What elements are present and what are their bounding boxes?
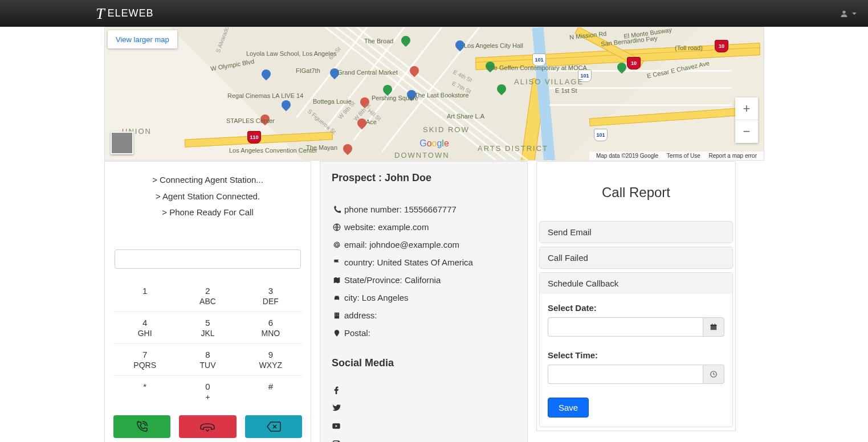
dial-input[interactable] bbox=[115, 249, 301, 269]
map-label: (Toll road) bbox=[675, 44, 703, 51]
report-error-link[interactable]: Report a map error bbox=[709, 153, 757, 159]
select-time-label: Select Time: bbox=[548, 350, 724, 360]
keypad-key-0[interactable]: 0+ bbox=[176, 376, 239, 407]
svg-point-0 bbox=[842, 10, 845, 13]
keypad-key-9[interactable]: 9WXYZ bbox=[239, 344, 302, 375]
keypad-key-3[interactable]: 3DEF bbox=[239, 280, 302, 312]
map-label: The Broad bbox=[364, 38, 393, 44]
at-icon bbox=[332, 241, 342, 249]
map-icon bbox=[332, 276, 342, 284]
call-report-panel: Call Report Send Email Call Failed Sched… bbox=[536, 161, 736, 431]
date-input[interactable] bbox=[548, 317, 703, 337]
view-larger-map[interactable]: View larger map bbox=[108, 30, 177, 48]
keypad-key-6[interactable]: 6MNO bbox=[239, 312, 302, 343]
streetview-thumbnail[interactable] bbox=[111, 132, 133, 154]
field-city: city: Los Angeles bbox=[332, 293, 516, 302]
building-icon bbox=[332, 312, 342, 320]
user-menu[interactable] bbox=[840, 9, 857, 19]
accordion-send-email: Send Email bbox=[539, 221, 733, 243]
map-label: Art Share L.A bbox=[447, 113, 484, 120]
hangup-button[interactable] bbox=[179, 415, 236, 438]
map-label: STAPLES Center bbox=[226, 117, 275, 124]
brand-text: ELEWEB bbox=[108, 7, 154, 19]
accordion-schedule-callback: Schedule Callback Select Date: Select Ti… bbox=[539, 272, 733, 427]
map-label: FIGat7th bbox=[296, 67, 320, 74]
zoom-out-button[interactable]: − bbox=[735, 120, 758, 143]
facebook-icon[interactable] bbox=[332, 385, 341, 394]
twitter-icon[interactable] bbox=[332, 403, 341, 412]
svg-rect-7 bbox=[337, 315, 338, 316]
svg-rect-13 bbox=[711, 325, 717, 326]
map-label: SKID ROW bbox=[423, 125, 470, 134]
map-label: DOWNTOWN bbox=[394, 151, 450, 159]
map[interactable]: View larger map 10 10 110 101 101 101 Th… bbox=[104, 27, 764, 161]
svg-point-2 bbox=[336, 243, 339, 246]
keypad-key-4[interactable]: 4GHI bbox=[113, 312, 176, 343]
terms-link[interactable]: Terms of Use bbox=[667, 153, 700, 159]
interstate-shield: 110 bbox=[247, 131, 261, 144]
prospect-title: Prospect : John Doe bbox=[332, 172, 516, 184]
field-state: State/Province: California bbox=[332, 275, 516, 285]
phone-icon bbox=[332, 206, 342, 214]
map-label: ALISO VILLAGE bbox=[514, 77, 584, 86]
phone-call-icon bbox=[135, 420, 149, 433]
keypad-key-2[interactable]: 2ABC bbox=[176, 280, 239, 312]
instagram-icon[interactable] bbox=[332, 440, 341, 442]
navbar: T ELEWEB bbox=[0, 0, 868, 27]
map-label: Los Angeles Convention Center bbox=[229, 147, 317, 154]
map-data-label: Map data ©2019 Google bbox=[596, 153, 658, 159]
zoom-in-button[interactable]: + bbox=[735, 97, 758, 120]
map-label: Grand Central Market bbox=[337, 69, 398, 76]
status-line: > Connecting Agent Station... bbox=[105, 172, 311, 189]
status-line: > Agent Station Connected. bbox=[105, 189, 311, 205]
send-email-header[interactable]: Send Email bbox=[540, 222, 732, 243]
map-attribution: Map data ©2019 Google Terms of Use Repor… bbox=[589, 152, 764, 160]
globe-icon bbox=[332, 223, 342, 231]
user-icon bbox=[840, 9, 849, 19]
keypad-key-7[interactable]: 7PQRS bbox=[113, 344, 176, 375]
field-postal: Postal: bbox=[332, 328, 516, 338]
interstate-shield: 10 bbox=[627, 57, 641, 69]
field-address: address: bbox=[332, 310, 516, 320]
brand-tau-icon: T bbox=[96, 5, 105, 23]
svg-rect-5 bbox=[337, 313, 338, 314]
clock-button[interactable] bbox=[703, 365, 724, 384]
navbar-brand[interactable]: T ELEWEB bbox=[96, 5, 154, 23]
schedule-callback-header[interactable]: Schedule Callback bbox=[540, 273, 732, 294]
keypad-key-1[interactable]: 1 bbox=[113, 280, 176, 312]
highway-shield: 101 bbox=[594, 129, 608, 141]
call-failed-header[interactable]: Call Failed bbox=[540, 247, 732, 268]
field-website: website: example.com bbox=[332, 222, 516, 232]
pin-icon bbox=[332, 329, 342, 337]
time-input[interactable] bbox=[548, 365, 703, 384]
save-button[interactable]: Save bbox=[548, 398, 589, 418]
caret-down-icon bbox=[852, 13, 857, 15]
backspace-icon bbox=[266, 421, 281, 432]
svg-rect-4 bbox=[336, 313, 336, 314]
map-label: ARTS DISTRICT bbox=[478, 144, 548, 153]
youtube-icon[interactable] bbox=[332, 421, 341, 431]
select-date-label: Select Date: bbox=[548, 303, 724, 313]
svg-rect-3 bbox=[335, 312, 339, 318]
map-label: The Geffen Contemporary at MOCA bbox=[487, 64, 587, 71]
keypad-key-8[interactable]: 8TUV bbox=[176, 344, 239, 375]
svg-rect-14 bbox=[712, 324, 712, 325]
keypad-key-5[interactable]: 5JKL bbox=[176, 312, 239, 343]
accordion-call-failed: Call Failed bbox=[539, 247, 733, 269]
clock-icon bbox=[710, 370, 718, 378]
prospect-panel: Prospect : John Doe phone number: 155566… bbox=[320, 161, 528, 442]
calendar-icon bbox=[710, 323, 718, 331]
map-label: The Last Bookstore bbox=[414, 92, 468, 99]
keypad-key-#[interactable]: # bbox=[239, 376, 302, 407]
keypad-key-*[interactable]: * bbox=[113, 376, 176, 407]
field-country: country: United States Of America bbox=[332, 257, 516, 267]
map-label: Loyola Law School, Los Angeles bbox=[246, 50, 336, 57]
map-label: The Mayan bbox=[306, 144, 337, 151]
car-icon bbox=[332, 294, 342, 302]
calendar-button[interactable] bbox=[703, 317, 724, 337]
dialer-panel: > Connecting Agent Station... > Agent St… bbox=[104, 161, 311, 442]
backspace-button[interactable] bbox=[245, 415, 302, 438]
call-button[interactable] bbox=[113, 415, 170, 438]
svg-rect-6 bbox=[336, 315, 336, 316]
google-logo: Google bbox=[419, 138, 449, 149]
